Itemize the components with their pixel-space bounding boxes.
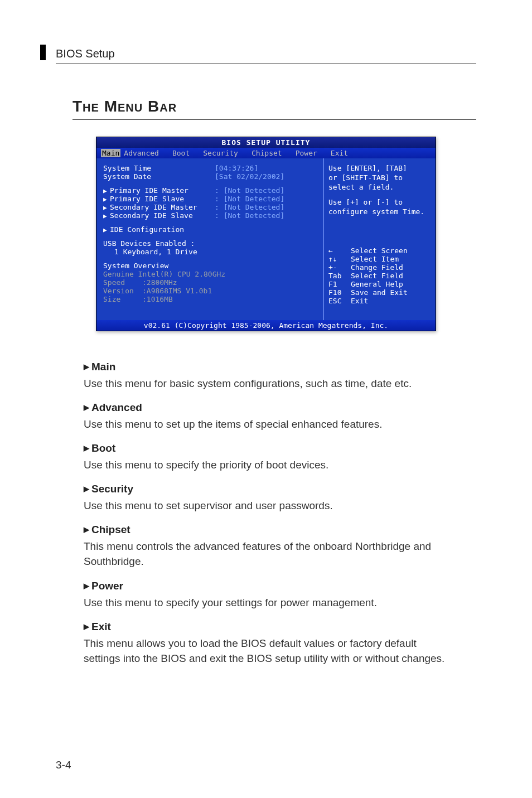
- system-date-label: System Date: [103, 172, 215, 181]
- key-esc-text: Exit: [351, 297, 368, 305]
- desc-body-exit: This menu allows you to load the BIOS de…: [84, 636, 448, 666]
- desc-body-advanced: Use this menu to set up the items of spe…: [84, 417, 448, 432]
- desc-head-advanced: ▶Advanced: [84, 400, 448, 415]
- bios-tab-chipset[interactable]: Chipset: [248, 149, 292, 157]
- header-text: BIOS Setup: [56, 47, 115, 60]
- desc-body-security: Use this menu to set supervisor and user…: [84, 498, 448, 514]
- bios-title-bar: BIOS SETUP UTILITY: [96, 137, 436, 148]
- secondary-ide-master-label[interactable]: Secondary IDE Master: [110, 203, 197, 211]
- key-updown-text: Select Item: [351, 255, 399, 263]
- key-help: ←Select Screen ↑↓Select Item +-Change Fi…: [328, 246, 431, 305]
- primary-ide-slave-label[interactable]: Primary IDE Slave: [110, 195, 184, 203]
- usb-devices-label: USB Devices Enabled :: [103, 239, 195, 248]
- triangle-icon: ▶: [84, 362, 89, 371]
- desc-head-boot: ▶Boot: [84, 441, 448, 456]
- desc-head-chipset: ▶Chipset: [84, 522, 448, 538]
- help-line: configure system Time.: [328, 207, 431, 216]
- key-left: ←: [328, 246, 351, 255]
- triangle-icon: ▶: [103, 226, 108, 234]
- triangle-icon: ▶: [84, 582, 89, 590]
- triangle-icon: ▶: [103, 196, 108, 203]
- desc-head-power: ▶Power: [84, 578, 448, 594]
- triangle-icon: ▶: [103, 187, 108, 195]
- bios-tab-power[interactable]: Power: [292, 149, 327, 157]
- header-marker: [40, 45, 46, 60]
- bios-screenshot: BIOS SETUP UTILITY Main Advanced Boot Se…: [96, 137, 436, 331]
- secondary-ide-slave-label[interactable]: Secondary IDE Slave: [110, 211, 193, 220]
- bios-tab-main[interactable]: Main: [101, 149, 120, 157]
- system-date-value[interactable]: [Sat 02/02/2002]: [215, 172, 284, 181]
- triangle-icon: ▶: [84, 444, 89, 452]
- ide-configuration-label[interactable]: IDE Configuration: [110, 225, 184, 234]
- desc-head-main: ▶Main: [84, 359, 448, 375]
- desc-head-security: ▶Security: [84, 481, 448, 497]
- bios-tab-exit[interactable]: Exit: [327, 149, 358, 157]
- system-overview-label: System Overview: [103, 262, 168, 270]
- page-number: 3-4: [56, 759, 71, 771]
- bios-tab-advanced[interactable]: Advanced: [120, 149, 169, 157]
- desc-body-boot: Use this menu to specify the priority of…: [84, 457, 448, 473]
- bios-right-pane: Use [ENTER], [TAB] or [SHIFT-TAB] to sel…: [324, 158, 436, 320]
- version-value: :A9868IMS V1.0b1: [142, 287, 212, 295]
- desc-body-chipset: This menu controls the advanced features…: [84, 539, 448, 569]
- primary-ide-slave-value: : [Not Detected]: [215, 195, 284, 203]
- system-time-label: System Time: [103, 164, 215, 172]
- desc-body-power: Use this menu to specify your settings f…: [84, 595, 448, 611]
- key-f1-text: General Help: [351, 280, 403, 288]
- help-line: or [SHIFT-TAB] to: [328, 173, 431, 182]
- key-tab-text: Select Field: [351, 272, 403, 280]
- bios-tab-security[interactable]: Security: [200, 149, 248, 157]
- key-f10-text: Save and Exit: [351, 288, 408, 297]
- usb-devices-value: 1 Keyboard, 1 Drive: [103, 248, 197, 256]
- desc-head-exit: ▶Exit: [84, 619, 448, 635]
- triangle-icon: ▶: [84, 485, 89, 493]
- speed-label: Speed: [103, 278, 142, 287]
- key-plusminus: +-: [328, 263, 351, 272]
- speed-value: :2800MHz: [142, 278, 177, 287]
- cpu-label: Genuine Intel(R) CPU 2.80GHz: [103, 270, 225, 278]
- primary-ide-master-label[interactable]: Primary IDE Master: [110, 186, 188, 195]
- triangle-icon: ▶: [84, 525, 89, 534]
- secondary-ide-master-value: : [Not Detected]: [215, 203, 284, 211]
- system-time-value[interactable]: [04:37:26]: [215, 164, 258, 172]
- triangle-icon: ▶: [103, 204, 108, 211]
- size-value: :1016MB: [142, 295, 173, 303]
- key-updown: ↑↓: [328, 255, 351, 263]
- key-plusminus-text: Change Field: [351, 263, 403, 272]
- triangle-icon: ▶: [103, 212, 108, 220]
- section-title: The Menu Bar: [72, 98, 476, 120]
- size-label: Size: [103, 295, 142, 303]
- key-f10: F10: [328, 288, 351, 297]
- key-left-text: Select Screen: [351, 246, 408, 255]
- help-line: select a field.: [328, 183, 431, 191]
- key-tab: Tab: [328, 272, 351, 280]
- bios-menu-bar: Main Advanced Boot Security Chipset Powe…: [96, 148, 436, 158]
- desc-body-main: Use this menu for basic system configura…: [84, 376, 448, 391]
- triangle-icon: ▶: [84, 403, 89, 412]
- version-label: Version: [103, 287, 142, 295]
- secondary-ide-slave-value: : [Not Detected]: [215, 211, 284, 220]
- help-line: Use [ENTER], [TAB]: [328, 164, 431, 172]
- bios-tab-boot[interactable]: Boot: [169, 149, 200, 157]
- page-header: BIOS Setup: [56, 47, 476, 64]
- bios-left-pane: System Time[04:37:26] System Date[Sat 02…: [96, 158, 324, 320]
- primary-ide-master-value: : [Not Detected]: [215, 186, 284, 195]
- key-esc: ESC: [328, 297, 351, 305]
- bios-footer: v02.61 (C)Copyright 1985-2006, American …: [96, 320, 436, 331]
- key-f1: F1: [328, 280, 351, 288]
- triangle-icon: ▶: [84, 622, 89, 631]
- descriptions: ▶Main Use this menu for basic system con…: [84, 359, 448, 666]
- help-line: Use [+] or [-] to: [328, 198, 431, 206]
- bios-body: System Time[04:37:26] System Date[Sat 02…: [96, 158, 436, 320]
